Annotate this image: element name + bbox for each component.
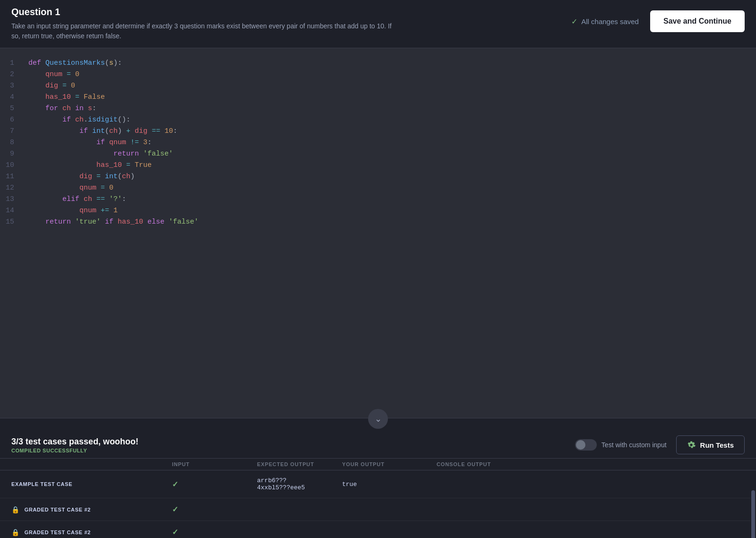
code-token: elif [28, 195, 84, 203]
test-results-header: 3/3 test cases passed, woohoo! COMPILED … [0, 429, 756, 458]
code-token: QuestionsMarks [45, 59, 105, 67]
test-case-check: ✓ [172, 480, 257, 489]
code-line-row: 2 qnum = 0 [0, 69, 756, 80]
line-number: 12 [0, 182, 24, 194]
table-header-cell [11, 461, 172, 467]
code-token: '?' [109, 195, 122, 203]
line-number: 8 [0, 137, 24, 148]
code-editor[interactable]: 1def QuestionsMarks(s):2 qnum = 03 dig =… [0, 48, 756, 418]
code-token: False [84, 93, 105, 101]
collapse-button-container: ⌄ [0, 409, 756, 429]
test-case-input: arrb6??? 4xxbl5???eee5 [257, 477, 342, 491]
code-line-row: 13 elif ch == '?': [0, 194, 756, 205]
test-case-row[interactable]: EXAMPLE TEST CASE✓arrb6??? 4xxbl5???eee5… [0, 470, 756, 498]
pass-checkmark-icon: ✓ [172, 505, 178, 513]
code-token: ch [109, 127, 118, 135]
test-table-header: INPUTEXPECTED OUTPUTYOUR OUTPUTCONSOLE O… [0, 458, 756, 470]
code-token: qnum [28, 70, 62, 78]
code-token: s [88, 104, 92, 113]
line-number: 1 [0, 58, 24, 69]
code-content: if qnum != 3: [24, 137, 756, 148]
run-tests-button[interactable]: Run Tests [676, 435, 745, 454]
code-content: dig = 0 [24, 80, 756, 92]
test-case-row[interactable]: 🔒GRADED TEST CASE #2✓ [0, 498, 756, 521]
code-token: 'true' [75, 218, 101, 226]
code-token: : [92, 104, 96, 113]
code-token: if [28, 127, 92, 135]
code-token: 0 [71, 82, 75, 90]
code-line-row: 14 qnum += 1 [0, 205, 756, 217]
code-token: = [62, 70, 75, 78]
code-line-row: 9 return 'false' [0, 148, 756, 160]
code-content: elif ch == '?': [24, 194, 756, 205]
code-token: 3 [143, 139, 147, 147]
code-token: 0 [109, 184, 113, 192]
table-header-cell: INPUT [172, 461, 257, 467]
saved-check-icon: ✓ [571, 17, 577, 26]
code-token: 1 [113, 207, 118, 215]
test-case-label: 🔒GRADED TEST CASE #2 [11, 506, 172, 513]
code-token: int [92, 127, 105, 135]
test-case-row[interactable]: 🔒GRADED TEST CASE #2✓ [0, 521, 756, 538]
saved-label: All changes saved [581, 17, 639, 26]
code-line-row: 8 if qnum != 3: [0, 137, 756, 148]
line-number: 2 [0, 69, 24, 80]
code-content: for ch in s: [24, 103, 756, 114]
test-cases-list: EXAMPLE TEST CASE✓arrb6??? 4xxbl5???eee5… [0, 470, 756, 538]
code-token: return [28, 150, 143, 158]
code-content: if ch.isdigit(): [24, 114, 756, 126]
line-number: 13 [0, 194, 24, 205]
table-header-cell: YOUR OUTPUT [342, 461, 437, 467]
code-content: return 'false' [24, 148, 756, 160]
test-case-name: GRADED TEST CASE #2 [25, 507, 91, 512]
code-token: : [122, 195, 126, 203]
code-token: ( [105, 59, 109, 67]
line-number: 7 [0, 126, 24, 137]
custom-input-toggle-label: Test with custom input [575, 439, 667, 451]
lock-icon: 🔒 [11, 529, 20, 536]
code-token: dig [135, 127, 147, 135]
line-number: 4 [0, 92, 24, 103]
scrollbar-track[interactable] [750, 470, 756, 538]
code-token: dig [28, 82, 58, 90]
code-token: has_10 [28, 161, 122, 169]
line-number: 9 [0, 148, 24, 160]
code-token: = [92, 173, 105, 181]
line-number: 5 [0, 103, 24, 114]
header-right: ✓ All changes saved Save and Continue [571, 7, 745, 32]
test-pass-text: 3/3 test cases passed, woohoo! [11, 437, 138, 447]
code-token: += [96, 207, 113, 215]
code-content: qnum = 0 [24, 182, 756, 194]
code-token: 'false' [143, 150, 173, 158]
code-token: 0 [75, 70, 79, 78]
code-token: int [105, 173, 118, 181]
code-table: 1def QuestionsMarks(s):2 qnum = 03 dig =… [0, 58, 756, 228]
toggle-knob [576, 440, 585, 450]
code-token: = [58, 82, 71, 90]
test-case-expected-output: true [342, 481, 437, 488]
code-token: == [147, 127, 164, 135]
pass-checkmark-icon: ✓ [172, 528, 178, 536]
line-number: 11 [0, 171, 24, 182]
code-token: (): [118, 116, 130, 124]
custom-input-toggle[interactable] [575, 439, 597, 451]
code-token: != [126, 139, 143, 147]
collapse-button[interactable]: ⌄ [368, 409, 388, 429]
code-token: has_10 [28, 93, 71, 101]
code-token: + [122, 127, 135, 135]
code-token: ch [75, 116, 84, 124]
code-line-row: 7 if int(ch) + dig == 10: [0, 126, 756, 137]
line-number: 6 [0, 114, 24, 126]
code-token: isdigit [88, 116, 118, 124]
code-token: : [147, 139, 152, 147]
save-continue-button[interactable]: Save and Continue [650, 10, 745, 32]
code-token: has_10 [118, 218, 143, 226]
code-token: if [28, 139, 109, 147]
code-token: ( [105, 127, 109, 135]
code-content: has_10 = False [24, 92, 756, 103]
code-line-row: 12 qnum = 0 [0, 182, 756, 194]
code-line-row: 15 return 'true' if has_10 else 'false' [0, 217, 756, 228]
header: Question 1 Take an input string paramete… [0, 0, 756, 48]
code-token: in [71, 104, 88, 113]
test-case-label: 🔒GRADED TEST CASE #2 [11, 529, 172, 536]
